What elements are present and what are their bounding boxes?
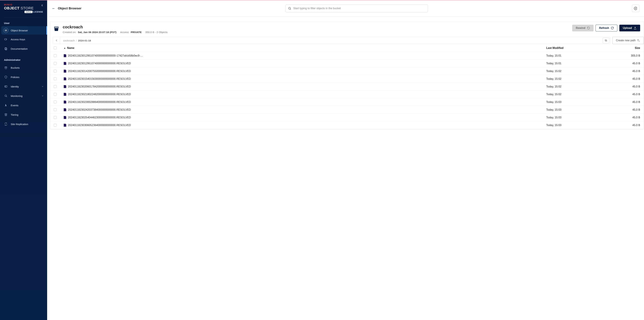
table-row[interactable]: 20240118230129510740000000000000.RESOLVE… [50, 60, 644, 67]
create-new-path-button[interactable]: Create new path [612, 37, 644, 44]
settings-button[interactable] [632, 5, 639, 12]
sidebar-item-monitoring[interactable]: Monitoring [0, 91, 47, 101]
col-size[interactable]: Size [620, 47, 640, 50]
row-checkbox[interactable] [54, 54, 56, 57]
file-icon [64, 101, 66, 104]
table-row[interactable]: 20240118230129510740000000000000-17427af… [50, 52, 644, 60]
chevron-left-icon [55, 39, 58, 42]
table-row[interactable]: 20240118230206017842000000000000.RESOLVE… [50, 83, 644, 91]
row-checkbox[interactable] [54, 101, 56, 103]
table-row[interactable]: 20240118230142007550000000000000.RESOLVE… [50, 67, 644, 75]
file-size: 45.0 B [620, 108, 640, 111]
col-name[interactable]: Name [67, 47, 74, 50]
copy-path-button[interactable] [602, 38, 609, 43]
sidebar: MINIO OBJECT STORE AGPLV LICENSE User Ob… [0, 0, 47, 320]
breadcrumb-part[interactable]: cockroach [63, 39, 75, 42]
nav-section-admin: Administrator [0, 56, 47, 63]
page-title: Object Browser [58, 7, 81, 10]
file-name: 20240118230306052364000000000000.RESOLVE… [68, 124, 131, 127]
arrow-left-icon: ← [52, 6, 56, 11]
sidebar-item-label: Access Keys [11, 38, 25, 41]
file-name: 20240118230129510740000000000000-17427af… [68, 54, 143, 57]
row-checkbox[interactable] [54, 108, 56, 111]
refresh-icon [611, 27, 614, 30]
file-icon [64, 116, 66, 119]
file-name: 20240118230254044623000000000000.RESOLVE… [68, 116, 131, 119]
table-row[interactable]: 20240118230242037384000000000000.RESOLVE… [50, 106, 644, 114]
sidebar-item-site-replication[interactable]: Site Replication [0, 119, 47, 129]
col-last-modified[interactable]: Last Modified [546, 47, 620, 50]
file-size: 45.0 B [620, 93, 640, 96]
row-checkbox[interactable] [54, 70, 56, 73]
table-row[interactable]: 20240118230218022482000000000000.RESOLVE… [50, 91, 644, 98]
file-name: 20240118230218022482000000000000.RESOLVE… [68, 93, 131, 96]
table-row[interactable]: 20240118230306052364000000000000.RESOLVE… [50, 121, 644, 129]
copy-icon [604, 39, 607, 42]
logo-minio: MINIO [4, 3, 43, 6]
topbar: ← Object Browser [47, 0, 644, 17]
file-icon [64, 85, 66, 88]
sidebar-item-identity[interactable]: Identity [0, 82, 47, 91]
sidebar-item-buckets[interactable]: Buckets [0, 63, 47, 72]
tiers-icon [3, 112, 8, 117]
nav-section-user: User [0, 20, 47, 26]
last-modified: Today, 15:03 [546, 116, 620, 119]
sidebar-item-label: Identity [11, 85, 19, 88]
row-checkbox[interactable] [54, 77, 56, 80]
file-size: 45.0 B [620, 101, 640, 104]
gear-icon [634, 7, 638, 10]
file-size: 45.0 B [620, 62, 640, 65]
sidebar-item-object-browser[interactable]: Object Browser [1, 26, 46, 35]
file-size: 305.0 B [620, 54, 640, 57]
search-input[interactable] [293, 7, 426, 10]
monitoring-icon [3, 93, 8, 98]
svg-point-8 [635, 8, 636, 9]
main: ← Object Browser [47, 0, 644, 320]
sort-asc-icon[interactable]: ▲ [64, 47, 66, 49]
back-button[interactable]: ← Object Browser [52, 6, 81, 11]
row-checkbox[interactable] [54, 62, 56, 65]
chevron-down-icon [42, 85, 44, 88]
table-row[interactable]: 20240118230154015630000000000000.RESOLVE… [50, 75, 644, 83]
row-checkbox[interactable] [54, 93, 56, 96]
rewind-button[interactable]: Rewind [572, 25, 594, 31]
sidebar-item-tiering[interactable]: Tiering [0, 110, 47, 119]
row-checkbox[interactable] [54, 124, 56, 127]
file-size: 45.0 B [620, 77, 640, 80]
sidebar-item-access-keys[interactable]: Access Keys [0, 35, 47, 44]
sidebar-item-label: Tiering [11, 113, 18, 116]
sidebar-item-label: Object Browser [11, 29, 28, 32]
svg-point-5 [5, 86, 6, 87]
objects-table: ▲ Name Last Modified Size 20240118230129… [50, 44, 644, 129]
file-name: 20240118230154015630000000000000.RESOLVE… [68, 77, 131, 80]
last-modified: Today, 15:03 [546, 124, 620, 127]
search-box[interactable] [286, 5, 428, 12]
refresh-button[interactable]: Refresh [596, 25, 617, 31]
upload-button[interactable]: Upload [619, 25, 640, 31]
sidebar-item-policies[interactable]: Policies [0, 72, 47, 82]
new-path-icon [637, 39, 640, 42]
collapse-sidebar-icon[interactable] [42, 4, 44, 7]
svg-point-7 [288, 7, 290, 9]
file-name: 20240118230142007550000000000000.RESOLVE… [68, 70, 131, 73]
table-row[interactable]: 20240118230254044623000000000000.RESOLVE… [50, 114, 644, 121]
sidebar-item-events[interactable]: Events [0, 101, 47, 110]
last-modified: Today, 15:02 [546, 70, 620, 73]
sidebar-item-label: Site Replication [11, 123, 28, 126]
path-back-button[interactable] [53, 37, 60, 44]
file-icon [64, 77, 66, 80]
file-icon [64, 93, 66, 96]
row-checkbox[interactable] [54, 85, 56, 88]
file-size: 45.0 B [620, 116, 640, 119]
table-row[interactable]: 20240118230230028864000000000000.RESOLVE… [50, 98, 644, 106]
breadcrumb-part[interactable]: 2024-01-18 [78, 39, 91, 42]
select-all-checkbox[interactable] [54, 47, 56, 49]
svg-point-6 [5, 95, 6, 97]
sidebar-item-documentation[interactable]: Documentation [0, 44, 47, 53]
row-checkbox[interactable] [54, 116, 56, 119]
svg-rect-0 [5, 39, 7, 40]
bucket-large-icon [53, 25, 60, 32]
file-name: 20240118230206017842000000000000.RESOLVE… [68, 85, 131, 88]
file-name: 20240118230129510740000000000000.RESOLVE… [68, 62, 131, 65]
file-size: 45.0 B [620, 70, 640, 73]
